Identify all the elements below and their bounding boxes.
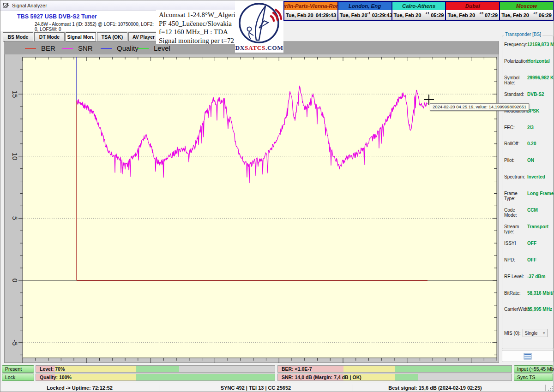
bar-segment bbox=[343, 366, 395, 372]
transponder-row: Frame Type:Long Frame bbox=[504, 191, 553, 201]
bar-segment bbox=[395, 366, 512, 372]
transponder-value: OFF bbox=[527, 257, 536, 262]
status-separator bbox=[353, 385, 353, 391]
y-axis-label: 0 bbox=[11, 272, 19, 289]
transponder-label: RollOff: bbox=[504, 141, 527, 146]
transponder-value: OFF bbox=[527, 241, 536, 246]
timezone-berlin-paris-vienna-roma: Berlin-Paris-Vienna-RomaTue, Feb 2004:29… bbox=[284, 2, 337, 20]
bar-segment bbox=[136, 366, 179, 372]
chevron-down-icon: ▾ bbox=[543, 331, 545, 335]
transponder-row: FEC:2/3 bbox=[504, 125, 553, 130]
transponder-label: FEC: bbox=[504, 125, 527, 130]
status-section: Locked -> Uptime: 72:12:52 bbox=[0, 383, 159, 392]
timezone-clock: Tue, Feb 20+307:29 bbox=[446, 10, 499, 20]
timezone-clock: Tue, Feb 20+206:29 bbox=[500, 10, 553, 20]
timezone-time: 07:29 bbox=[485, 12, 498, 18]
tab-tsa-ok-[interactable]: TSA (OK) bbox=[97, 32, 127, 42]
tab-bs-mode[interactable]: BS Mode bbox=[3, 32, 33, 42]
y-axis-label: 10 bbox=[11, 148, 19, 165]
transponder-value: ON bbox=[527, 158, 534, 163]
bar-label: SNR: 14,0 dB (Margin: 7,4 dB | OK) bbox=[282, 374, 361, 380]
transponder-row: Symbol Rate:29996,982 KS/s bbox=[504, 75, 553, 85]
timezone-clocks: Berlin-Paris-Vienna-RomaTue, Feb 2004:29… bbox=[283, 1, 554, 21]
tuner-title: TBS 5927 USB DVB-S2 Tuner bbox=[17, 13, 97, 20]
transponder-label: RF Level: bbox=[504, 274, 527, 279]
timezone-name: Moscow bbox=[500, 2, 553, 10]
timezone-name: Berlin-Paris-Vienna-Roma bbox=[284, 2, 337, 10]
transponder-row: ISSYIOFF bbox=[504, 241, 553, 246]
signal-analyzer-window: { "window": { "title": "Signal Analyzer"… bbox=[0, 0, 554, 392]
transponder-label: NPD: bbox=[504, 257, 527, 262]
lock-indicator[interactable]: Lock bbox=[2, 374, 34, 381]
timezone-london-eng: London, EngTue, Feb 20-103:29:43 bbox=[338, 2, 391, 20]
dxsatcs-logo-text: DXSATCS.COM bbox=[235, 44, 283, 52]
tab-av-player[interactable]: AV Player bbox=[128, 32, 159, 42]
timezone-clock: Tue, Feb 20-103:29:43 bbox=[338, 10, 391, 20]
chart-annotation: Alcomsat 1-24.8°W_AlgeriaPF 450_Lučenec/… bbox=[156, 10, 238, 44]
y-axis-label: -5 bbox=[11, 334, 19, 351]
transponder-value: Inverted bbox=[527, 174, 545, 179]
input-55-45-mbps--indicator[interactable]: Input (~55,45 Mbps) bbox=[514, 365, 553, 373]
transponder-row: Frequency:12159,873 MHz bbox=[504, 42, 553, 47]
timezone-utc-offset: +2 bbox=[533, 11, 537, 15]
transponder-label: ISSYI bbox=[504, 241, 527, 246]
bar-label: Quality: 100% bbox=[40, 374, 72, 380]
transponder-value: Horizontal bbox=[527, 59, 550, 64]
timezone-clock: Tue, Feb 20+105:29 bbox=[392, 10, 446, 20]
transponder-row: Code Mode:CCM bbox=[504, 208, 553, 218]
transponder-label: Polarization: bbox=[504, 59, 527, 64]
tab-signal-mon-[interactable]: Signal Mon. bbox=[66, 32, 96, 42]
ts-info-button[interactable] bbox=[502, 350, 554, 362]
transponder-row: Spectrum:Inverted bbox=[504, 174, 553, 179]
timezone-clock: Tue, Feb 2004:29:43 bbox=[284, 10, 337, 20]
transponder-row: RollOff:0.20 bbox=[504, 141, 553, 146]
transponder-label: Spectrum: bbox=[504, 174, 527, 179]
tab-dt-mode[interactable]: DT Mode bbox=[34, 32, 65, 42]
transponder-panel: Transponder [BS] Frequency:12159,873 MHz… bbox=[500, 28, 554, 362]
status-bar: Locked -> Uptime: 72:12:52SYNC 492 | TEI… bbox=[0, 383, 554, 392]
table-icon bbox=[524, 353, 532, 360]
timezone-date: Tue, Feb 20 bbox=[447, 12, 479, 18]
transponder-label: Code Mode: bbox=[504, 208, 527, 218]
annotation-line: Signal monitoring per t=72 h bbox=[159, 36, 238, 45]
transponder-label: Standard: bbox=[504, 92, 527, 97]
y-axis-label: 15 bbox=[11, 86, 19, 102]
annotation-line: Alcomsat 1-24.8°W_Algeria bbox=[159, 11, 238, 19]
mode-tabs: BS ModeDT ModeSignal Mon.TSA (OK)AV Play… bbox=[3, 32, 159, 42]
status-separator bbox=[159, 385, 159, 391]
status-section: SYNC 492 | TEI 13 | CC 25652 bbox=[159, 383, 353, 392]
transponder-row: Standard:DVB-S2 bbox=[504, 92, 553, 97]
transponder-value: DVB-S2 bbox=[527, 92, 544, 97]
bar-segment bbox=[55, 366, 136, 372]
dxsatcs-logo-icon bbox=[235, 0, 283, 45]
transponder-label: CarrierWidth: bbox=[504, 307, 527, 312]
transponder-title: Transponder [BS] bbox=[504, 32, 542, 37]
transponder-value: 12159,873 MHz bbox=[527, 42, 554, 47]
transponder-row: BitRate:58,316 Mbit/s bbox=[504, 291, 553, 296]
window-title: Signal Analyzer bbox=[12, 3, 47, 8]
status-separator bbox=[545, 385, 546, 391]
timezone-utc-offset: +1 bbox=[425, 11, 429, 15]
mis-dropdown[interactable]: Single ▾ bbox=[523, 329, 548, 337]
timezone-time: 03:29:43 bbox=[372, 12, 392, 18]
progress-bar-snr: SNR: 14,0 dB (Margin: 7,4 dB | OK) bbox=[277, 374, 512, 381]
timezone-name: Cairo-Athens bbox=[392, 2, 446, 10]
timezone-utc-offset: -1 bbox=[367, 11, 371, 15]
transponder-value: -37 dBm bbox=[527, 274, 545, 279]
transponder-value: 35,995 MHz bbox=[527, 307, 552, 312]
timezone-time: 06:29 bbox=[539, 12, 552, 18]
sync-ts-indicator[interactable]: Sync TS bbox=[514, 374, 553, 381]
transponder-label: Symbol Rate: bbox=[504, 75, 527, 85]
transponder-row: Polarization:Horizontal bbox=[504, 59, 553, 64]
status-section: Best signal: 15,6 dB (2024-02-19 02:25) bbox=[353, 383, 518, 392]
bar-label: Level: 70% bbox=[40, 366, 65, 372]
bar-label: BER: <1.0E-7 bbox=[282, 366, 312, 372]
timezone-name: Dubai bbox=[446, 2, 499, 10]
chart-canvas bbox=[16, 48, 505, 367]
transponder-label: BitRate: bbox=[504, 291, 527, 296]
mis-row: MIS (0): Single ▾ bbox=[504, 329, 548, 337]
timezone-date: Tue, Feb 20 bbox=[394, 12, 426, 18]
progress-bar-quality: Quality: 100% bbox=[36, 374, 275, 381]
transponder-value: 58,316 Mbit/s bbox=[527, 291, 554, 296]
resize-grip[interactable] bbox=[548, 386, 554, 392]
